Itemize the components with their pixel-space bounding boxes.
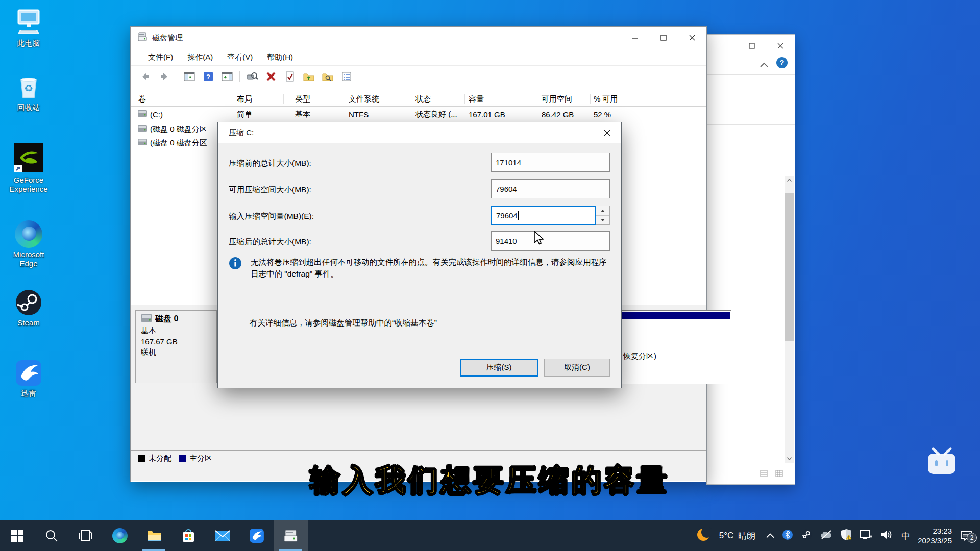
- steam-tray-icon[interactable]: [801, 529, 812, 542]
- close-icon[interactable]: [766, 35, 795, 57]
- shrink-amount-input[interactable]: 79604: [491, 206, 596, 225]
- scrollbar[interactable]: [785, 176, 794, 463]
- column-header[interactable]: 类型: [295, 94, 310, 104]
- desktop-icon-recycle-bin[interactable]: ♻ 回收站: [3, 71, 54, 112]
- desktop-icon-label: Microsoft Edge: [3, 250, 54, 268]
- info-icon: [229, 257, 242, 272]
- minimize-icon[interactable]: [621, 27, 649, 49]
- background-window[interactable]: ?: [706, 34, 795, 485]
- forward-icon[interactable]: [158, 70, 171, 83]
- tray-chevron-up-icon[interactable]: [766, 531, 774, 540]
- weather-temp[interactable]: 5°C: [719, 531, 734, 541]
- cell-layout: 简单: [237, 109, 252, 119]
- properties-icon[interactable]: [246, 70, 259, 83]
- menu-view[interactable]: 查看(V): [220, 51, 260, 64]
- ime-indicator[interactable]: 中: [901, 530, 910, 542]
- store-taskbar-icon[interactable]: [171, 520, 205, 551]
- start-button[interactable]: [0, 520, 34, 551]
- shrink-button[interactable]: 压缩(S): [460, 359, 538, 377]
- toolbar: ?: [131, 65, 706, 87]
- chevron-up-icon[interactable]: [760, 60, 768, 69]
- desktop-icon-steam[interactable]: Steam: [3, 287, 54, 328]
- close-icon[interactable]: [678, 27, 706, 49]
- desktop-icon-edge[interactable]: Microsoft Edge: [3, 218, 54, 268]
- column-header[interactable]: 状态: [415, 94, 431, 104]
- delete-icon[interactable]: [264, 70, 278, 83]
- field-value: 91410: [496, 237, 517, 245]
- scrollbar-thumb[interactable]: [785, 193, 794, 341]
- steam-icon: [3, 287, 54, 316]
- toolbar-separator: [239, 71, 240, 82]
- disk-management-taskbar-icon[interactable]: [274, 520, 308, 551]
- desktop-icon-label: 迅雷: [3, 389, 54, 398]
- column-header[interactable]: 布局: [237, 94, 252, 104]
- field-value: 79604: [496, 211, 518, 220]
- action-pane-icon[interactable]: [220, 70, 234, 83]
- bluetooth-icon[interactable]: [782, 529, 793, 542]
- help-icon[interactable]: ?: [202, 70, 215, 83]
- column-header[interactable]: 文件系统: [349, 94, 379, 104]
- desktop-icon-thunder[interactable]: 迅雷: [3, 357, 54, 398]
- help-icon[interactable]: ?: [776, 57, 788, 68]
- cancel-button[interactable]: 取消(C): [544, 359, 610, 377]
- dialog-title-bar[interactable]: 压缩 C:: [218, 122, 621, 143]
- edge-taskbar-icon[interactable]: [103, 520, 137, 551]
- this-pc-icon: [3, 7, 54, 37]
- menu-file[interactable]: 文件(F): [141, 51, 180, 64]
- column-header[interactable]: 卷: [138, 94, 146, 104]
- desktop-icon-this-pc[interactable]: 此电脑: [3, 7, 54, 48]
- disk-icon: [141, 314, 152, 324]
- weather-moon-icon[interactable]: [696, 527, 712, 544]
- disk0-type: 基本: [141, 326, 216, 336]
- cell-capacity: 167.01 GB: [469, 110, 505, 118]
- desktop-icon-geforce[interactable]: GeForce Experience: [3, 144, 54, 194]
- check-document-icon[interactable]: [283, 70, 297, 83]
- field-value: 79604: [496, 185, 517, 193]
- security-shield-icon[interactable]: [841, 529, 852, 543]
- window-title: 磁盘管理: [152, 33, 183, 43]
- console-tree-icon[interactable]: [183, 70, 196, 83]
- onedrive-paused-icon[interactable]: [820, 530, 833, 542]
- table-row-c[interactable]: (C:) 简单 基本 NTFS 状态良好 (... 167.01 GB 86.4…: [131, 107, 706, 121]
- maximize-icon[interactable]: [649, 27, 678, 49]
- available-shrink-field: 79604: [491, 179, 610, 198]
- column-header[interactable]: 可用空间: [542, 94, 572, 104]
- mail-taskbar-icon[interactable]: [205, 520, 239, 551]
- cell-volume: (磁盘 0 磁盘分区: [150, 138, 207, 147]
- task-view-button[interactable]: [68, 520, 103, 551]
- folder-up-icon[interactable]: [302, 70, 315, 83]
- back-icon[interactable]: [139, 70, 152, 83]
- close-icon[interactable]: [593, 122, 621, 143]
- menu-help[interactable]: 帮助(H): [260, 51, 300, 64]
- spinner-down-icon[interactable]: [596, 215, 609, 224]
- list-header[interactable]: 卷 布局 类型 文件系统 状态 容量 可用空间 % 可用: [131, 92, 706, 107]
- search-button[interactable]: [34, 520, 68, 551]
- scroll-up-icon[interactable]: [785, 176, 794, 184]
- network-display-icon[interactable]: [860, 529, 873, 542]
- disk0-panel[interactable]: 磁盘 0 基本 167.67 GB 联机: [135, 310, 217, 383]
- shrink-dialog: 压缩 C: 压缩前的总计大小(MB): 171014 可用压缩空间大小(MB):…: [217, 122, 622, 388]
- file-explorer-taskbar-icon[interactable]: [137, 520, 171, 551]
- help-text: 有关详细信息，请参阅磁盘管理帮助中的“收缩基本卷”: [250, 318, 437, 329]
- desktop-icon-label: 回收站: [3, 103, 54, 112]
- column-header[interactable]: % 可用: [594, 94, 618, 104]
- thunder-taskbar-icon[interactable]: [239, 520, 274, 551]
- volume-speaker-icon[interactable]: [880, 529, 894, 542]
- menu-action[interactable]: 操作(A): [180, 51, 220, 64]
- spinner: [596, 206, 610, 225]
- weather-condition[interactable]: 晴朗: [738, 530, 755, 542]
- text-caret: [518, 211, 519, 220]
- title-bar[interactable]: 磁盘管理: [131, 27, 706, 49]
- cell-status: 状态良好 (...: [415, 109, 457, 119]
- checklist-icon[interactable]: [340, 70, 353, 83]
- clock[interactable]: 23:23 2023/3/25: [918, 526, 952, 545]
- dialog-title: 压缩 C:: [229, 128, 254, 138]
- tray-time: 23:23: [933, 527, 952, 535]
- field-label: 可用压缩空间大小(MB):: [229, 185, 311, 195]
- folder-search-icon[interactable]: [321, 70, 334, 83]
- column-header[interactable]: 容量: [469, 94, 484, 104]
- notification-center-icon[interactable]: 2: [960, 530, 973, 542]
- spinner-up-icon[interactable]: [596, 206, 609, 216]
- field-value: 171014: [496, 158, 521, 167]
- maximize-icon[interactable]: [738, 35, 766, 57]
